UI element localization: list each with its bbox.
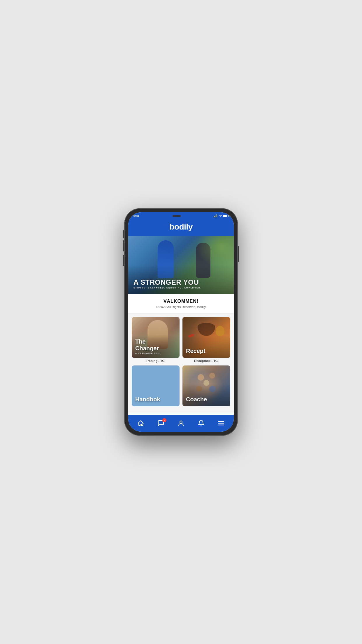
bell-svg <box>198 420 205 427</box>
bottom-nav: 2 <box>128 415 234 432</box>
power-button <box>238 246 239 262</box>
nav-notifications[interactable] <box>195 418 207 428</box>
wifi-icon <box>219 214 222 217</box>
cards-row-2: Handbok <box>132 365 230 406</box>
card-changer-title: TheChanger <box>135 338 176 352</box>
volume-up-button <box>123 240 124 251</box>
card-recept[interactable]: Recept <box>182 317 230 358</box>
card-changer-wrapper: TheChanger A STRONGER YOU Träning - TC. <box>132 317 180 363</box>
nav-messages[interactable]: 2 <box>155 418 167 428</box>
welcome-title: VÄLKOMMEN! <box>133 299 229 304</box>
card-changer-caption: Träning - TC. <box>132 359 180 363</box>
card-handbok-labels: Handbok <box>135 396 176 403</box>
app-logo: bodily <box>128 222 234 232</box>
svg-point-4 <box>220 216 221 217</box>
welcome-section: VÄLKOMMEN! © 2022 All Rights Reserved, B… <box>128 294 234 314</box>
card-handbok-wrapper: Handbok <box>132 365 180 406</box>
card-recept-wrapper: Recept Receptbok - TC. <box>182 317 230 363</box>
card-handbok-title: Handbok <box>135 396 176 403</box>
user-icon <box>177 419 185 427</box>
status-time: 9:41 <box>133 214 139 218</box>
card-recept-title: Recept <box>186 348 227 354</box>
bell-icon <box>197 419 205 427</box>
status-indicators <box>214 214 229 217</box>
status-bar: 9:41 <box>128 212 234 219</box>
menu-svg <box>218 420 225 427</box>
card-changer-labels: TheChanger A STRONGER YOU <box>135 338 176 354</box>
svg-rect-3 <box>217 214 217 217</box>
welcome-copyright: © 2022 All Rights Reserved, Bodily <box>133 305 229 309</box>
cards-grid: TheChanger A STRONGER YOU Träning - TC. <box>128 314 234 413</box>
card-coache-title: Coache <box>186 396 227 403</box>
status-center <box>173 215 181 217</box>
card-changer-subtitle: A STRONGER YOU <box>135 352 176 354</box>
card-coache-wrapper: Coache <box>182 365 230 406</box>
cards-row-1: TheChanger A STRONGER YOU Träning - TC. <box>132 317 230 363</box>
card-coache[interactable]: Coache <box>182 365 230 406</box>
nav-home[interactable] <box>135 418 147 428</box>
card-changer[interactable]: TheChanger A STRONGER YOU <box>132 317 180 358</box>
scroll-content[interactable]: A STRONGER YOU STRONG. BALANCED. ENDURIN… <box>128 236 234 415</box>
phone-screen: 9:41 <box>128 212 234 432</box>
hero-text-block: A STRONGER YOU STRONG. BALANCED. ENDURIN… <box>133 279 202 289</box>
card-coache-labels: Coache <box>186 396 227 403</box>
svg-rect-1 <box>215 216 215 217</box>
hero-banner: A STRONGER YOU STRONG. BALANCED. ENDURIN… <box>128 236 234 294</box>
messages-badge: 2 <box>162 418 166 422</box>
card-handbok[interactable]: Handbok <box>132 365 180 406</box>
mute-button <box>123 230 124 238</box>
card-recept-labels: Recept <box>186 348 227 354</box>
home-svg <box>137 420 144 427</box>
menu-icon <box>217 419 225 427</box>
battery-icon <box>223 215 229 217</box>
svg-rect-0 <box>214 216 215 217</box>
hero-title: A STRONGER YOU <box>133 279 202 286</box>
app-header: bodily <box>128 219 234 236</box>
nav-profile[interactable] <box>175 418 187 428</box>
svg-point-5 <box>180 421 182 423</box>
speaker-grille <box>173 215 181 217</box>
volume-down-button <box>123 255 124 266</box>
nav-menu[interactable] <box>215 418 227 428</box>
hero-subtitle: STRONG. BALANCED. ENDURING. AMPLIFIED. <box>133 287 202 289</box>
svg-rect-2 <box>216 215 216 217</box>
card-recept-caption: Receptbok - TC. <box>182 359 230 363</box>
home-icon <box>137 419 145 427</box>
user-svg <box>178 420 184 427</box>
signal-icon <box>214 214 218 217</box>
phone-shell: 9:41 <box>124 208 238 436</box>
